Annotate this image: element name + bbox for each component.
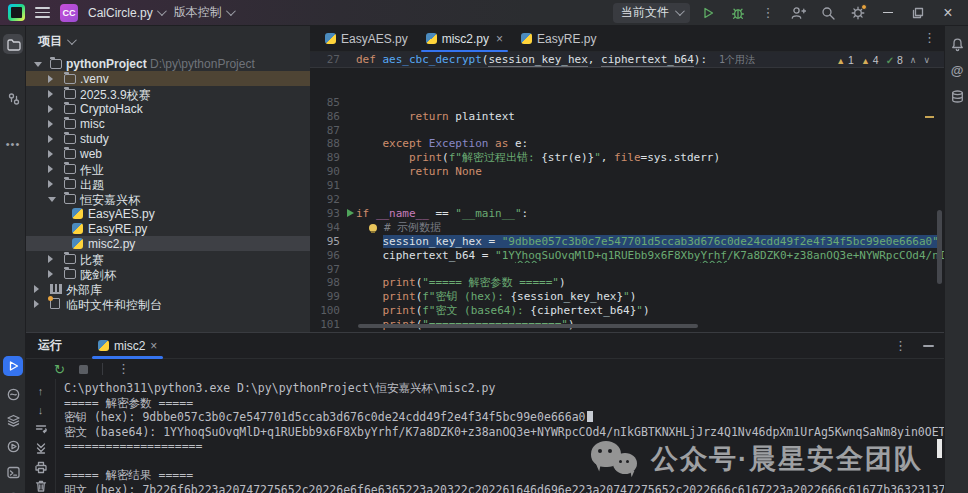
- tree-item-作业[interactable]: 作业: [26, 161, 310, 176]
- stop-icon[interactable]: [79, 365, 88, 374]
- code-line-97[interactable]: 97: [310, 263, 944, 277]
- code-line-90[interactable]: 90 return None: [310, 165, 944, 179]
- code-line-94[interactable]: 94 # 示例数据: [310, 221, 944, 235]
- close-icon[interactable]: ×: [150, 339, 157, 353]
- run-button[interactable]: [696, 2, 720, 24]
- scroll-to-end-icon[interactable]: [32, 440, 50, 455]
- python-console-tool-icon[interactable]: [3, 384, 23, 404]
- code-line-100[interactable]: 100 print(f"密文 (base64): {ciphertext_b64…: [310, 304, 944, 318]
- tree-item-misc2.py[interactable]: misc2.py: [26, 236, 310, 251]
- tree-item-EasyRE.py[interactable]: EasyRE.py: [26, 221, 310, 236]
- code-line-89[interactable]: 89 print(f"解密过程出错: {str(e)}", file=sys.s…: [310, 151, 944, 165]
- up-stack-trace-icon[interactable]: ↑: [32, 383, 50, 398]
- code-line-99[interactable]: 99 print(f"密钥 (hex): {session_key_hex}"): [310, 290, 944, 304]
- editor-tab-EasyRE.py[interactable]: EasyRE.py: [512, 26, 605, 51]
- chevron-right-icon[interactable]: [48, 150, 53, 158]
- code-line-91[interactable]: 91: [310, 179, 944, 193]
- chevron-right-icon[interactable]: [34, 285, 39, 293]
- more-tool-windows-icon[interactable]: •••: [3, 134, 23, 154]
- notifications-bell-icon[interactable]: [947, 34, 967, 54]
- hide-panel-icon[interactable]: [923, 345, 934, 347]
- settings-gear-icon[interactable]: [846, 2, 870, 24]
- problems-tool-icon[interactable]: [3, 488, 23, 493]
- window-restore-button[interactable]: [906, 2, 930, 24]
- code-editor[interactable]: 8586 return plaintext8788 except Excepti…: [310, 68, 944, 332]
- ai-assistant-icon[interactable]: @: [947, 60, 967, 80]
- tree-item-恒安嘉兴杯[interactable]: 恒安嘉兴杯: [26, 191, 310, 206]
- print-icon[interactable]: [32, 459, 50, 474]
- project-tool-icon[interactable]: [3, 34, 23, 54]
- soft-wrap-icon[interactable]: [32, 421, 50, 436]
- rerun-icon[interactable]: ↻: [54, 363, 65, 376]
- chevron-right-icon[interactable]: [48, 135, 53, 143]
- terminal-tool-icon[interactable]: [3, 462, 23, 482]
- code-line-88[interactable]: 88 except Exception as e:: [310, 137, 944, 151]
- tree-item-study[interactable]: study: [26, 131, 310, 146]
- services-layers-tool-icon[interactable]: [3, 410, 23, 430]
- code-line-86[interactable]: 86 return plaintext: [310, 110, 944, 124]
- code-line-95[interactable]: 95 session_key_hex = "9dbbe057c3b0c7e547…: [310, 235, 944, 249]
- tree-item-2025.3.9校赛[interactable]: 2025.3.9校赛: [26, 86, 310, 101]
- close-icon[interactable]: ×: [496, 32, 503, 46]
- run-panel-options-icon[interactable]: ⋮: [894, 341, 907, 351]
- chevron-right-icon[interactable]: [48, 180, 53, 188]
- run-tab-misc2[interactable]: misc2 ×: [90, 333, 165, 359]
- sticky-function-header[interactable]: 27 def aes_cbc_decrypt(session_key_hex, …: [310, 52, 944, 68]
- tree-item-临时文件和控制台[interactable]: 临时文件和控制台: [26, 296, 310, 311]
- tree-item-misc[interactable]: misc: [26, 116, 310, 131]
- chevron-right-icon[interactable]: [48, 270, 53, 278]
- clear-console-icon[interactable]: [32, 478, 50, 493]
- more-actions-icon[interactable]: ⋮: [756, 2, 780, 24]
- commit-tool-icon[interactable]: [3, 88, 23, 108]
- tree-item-陇剑杯[interactable]: 陇剑杯: [26, 266, 310, 281]
- window-minimize-button[interactable]: [876, 2, 900, 24]
- tree-item-出题[interactable]: 出题: [26, 176, 310, 191]
- tree-item-web[interactable]: web: [26, 146, 310, 161]
- next-problem-icon[interactable]: ∨: [923, 55, 930, 65]
- vcs-menu[interactable]: 版本控制: [174, 4, 233, 21]
- tab-options-icon[interactable]: ⋮: [923, 31, 936, 45]
- chevron-right-icon[interactable]: [48, 90, 53, 98]
- services-tool-icon[interactable]: [3, 436, 23, 456]
- chevron-right-icon[interactable]: [48, 120, 53, 128]
- project-panel-header[interactable]: 项目: [26, 26, 310, 56]
- run-config-selector[interactable]: 当前文件: [613, 3, 690, 23]
- window-close-button[interactable]: ×: [936, 2, 960, 24]
- main-menu-icon[interactable]: [35, 7, 50, 18]
- chevron-right-icon[interactable]: [48, 105, 53, 113]
- chevron-down-icon[interactable]: [34, 62, 42, 67]
- editor-tab-misc2.py[interactable]: misc2.py×: [417, 26, 512, 51]
- tree-item-pythonProject[interactable]: pythonProject D:\py\pythonProject: [26, 56, 310, 71]
- tree-item-CryptoHack[interactable]: CryptoHack: [26, 101, 310, 116]
- code-with-me-icon[interactable]: [786, 2, 810, 24]
- editor-vertical-scrollbar[interactable]: [937, 210, 942, 284]
- run-tool-icon[interactable]: [3, 356, 23, 376]
- editor-tab-EasyAES.py[interactable]: EasyAES.py: [316, 26, 417, 51]
- chevron-right-icon[interactable]: [48, 165, 53, 173]
- project-selector[interactable]: CalCircle.py: [88, 6, 164, 20]
- editor-horizontal-scrollbar[interactable]: [358, 324, 698, 328]
- code-line-92[interactable]: 92: [310, 193, 944, 207]
- tree-item-外部库[interactable]: 外部库: [26, 281, 310, 296]
- search-icon[interactable]: [816, 2, 840, 24]
- debug-button[interactable]: [726, 2, 750, 24]
- code-line-98[interactable]: 98 print("===== 解密参数 ====="): [310, 276, 944, 290]
- chevron-right-icon[interactable]: [48, 75, 53, 83]
- code-line-87[interactable]: 87: [310, 124, 944, 138]
- code-line-96[interactable]: 96 ciphertext_b64 = "1YYhoqSuOvqMlD+q1RU…: [310, 249, 944, 263]
- database-icon[interactable]: [947, 86, 967, 106]
- code-line-93[interactable]: 93if __name__ == "__main__":: [310, 207, 944, 221]
- chevron-right-icon[interactable]: [48, 255, 53, 263]
- run-more-options-icon[interactable]: ⋮: [117, 364, 130, 374]
- code-line-85[interactable]: 85: [310, 96, 944, 110]
- chevron-right-icon[interactable]: [34, 300, 39, 308]
- project-avatar[interactable]: CC: [60, 4, 78, 22]
- chevron-down-icon[interactable]: [48, 197, 56, 202]
- tree-item-.venv[interactable]: .venv: [26, 71, 310, 86]
- inspections-widget[interactable]: ▲ 1▲ 4✓ 8∧∨: [836, 52, 930, 68]
- run-line-icon[interactable]: [347, 209, 354, 217]
- tree-item-EasyAES.py[interactable]: EasyAES.py: [26, 206, 310, 221]
- tree-item-比赛[interactable]: 比赛: [26, 251, 310, 266]
- run-console-output[interactable]: C:\python311\python3.exe D:\py\pythonPro…: [56, 379, 944, 493]
- down-stack-trace-icon[interactable]: ↓: [32, 402, 50, 417]
